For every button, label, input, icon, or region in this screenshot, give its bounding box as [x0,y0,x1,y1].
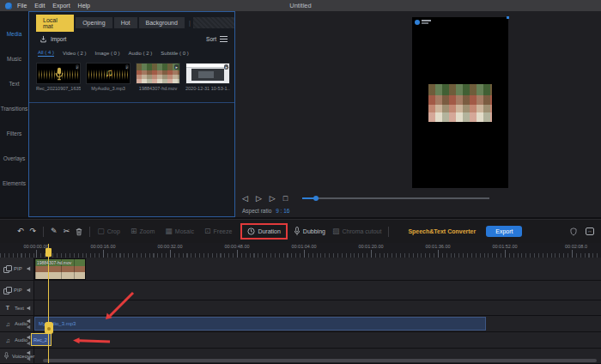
undo-icon: ↶ [17,228,24,235]
redo-button[interactable]: ↷ [30,228,37,235]
play-button[interactable]: ▷ [256,194,262,203]
import-icon[interactable] [39,35,47,43]
playback-progress-slider[interactable] [302,197,489,199]
media-item-music[interactable]: ♫ ♪ MyAudio_3.mp3 [86,63,131,91]
media-grid-divider [29,102,234,103]
freeze-icon: ⊡ [204,228,211,235]
ruler-timecode: 00:01:52.00 [483,244,526,249]
tab-background[interactable]: Background [139,17,185,28]
timeline-panel: 00:00:00.00 00:00:16.00 00:00:32.00 00:0… [0,243,601,364]
freeze-button[interactable]: ⊡Freeze [204,228,232,235]
tab-divider: | [189,20,191,26]
aspect-ratio-value[interactable]: 9 : 16 [276,208,289,214]
sidebar-item-text[interactable]: Text [9,71,20,96]
next-frame-button[interactable]: ▷ [270,194,276,203]
pip-icon [3,287,11,294]
mute-icon[interactable] [27,266,32,271]
track-label: PIP [14,266,22,271]
track-text[interactable]: T Text [0,300,601,316]
zoom-button[interactable]: ⊞Zoom [131,228,155,235]
duration-button[interactable]: Duration [247,228,280,235]
playback-controls: ◁ ▷ ▷ □ [242,194,489,203]
sidebar-item-overlays[interactable]: Overlays [3,146,26,171]
mosaic-button[interactable]: ▦Mosaic [165,228,194,235]
clip-drag-handle[interactable] [45,322,53,334]
filter-all[interactable]: All ( 4 ) [38,50,54,57]
sidebar-item-transitions[interactable]: Transitions [1,96,28,121]
tab-local-material[interactable]: Local mat [36,15,74,32]
pencil-icon: ✎ [51,228,58,235]
stop-button[interactable]: □ [283,194,288,203]
media-library-panel: Local mat Opening Hot Background | Impor… [28,11,235,217]
toolbar-divider [89,227,90,237]
preview-video-frame[interactable] [428,84,492,122]
tab-opening[interactable]: Opening [76,17,112,28]
previous-frame-button[interactable]: ◁ [242,194,248,203]
ruler-timecode: 00:02:08.0 [555,244,598,249]
chroma-icon: ▨ [332,228,340,235]
clip-label: 19884307-hd.mov [35,259,85,265]
crop-button[interactable]: ▢Crop [97,228,120,235]
playhead-marker[interactable] [46,248,52,257]
tab-hot[interactable]: Hot [114,17,137,28]
export-button[interactable]: Export [486,226,522,237]
track-pip-2[interactable]: PIP [0,281,601,300]
media-item-video[interactable]: ▸ 19884307-hd.mov [136,63,180,91]
video-badge-icon: ▸ [174,64,179,70]
sidebar-item-media[interactable]: Media [7,21,22,46]
solo-icon[interactable] [27,356,32,361]
track-header: ♫ Audio [0,332,34,348]
filter-image[interactable]: Image ( 0 ) [95,51,120,56]
filter-video[interactable]: Video ( 2 ) [63,51,87,56]
clip-audio-myaudio[interactable]: MyAudio_3.mp3 [34,317,486,331]
undo-button[interactable]: ↶ [17,228,24,235]
sort-button[interactable]: Sort [206,36,216,42]
zoom-icon: ⊞ [131,228,137,235]
clip-pip-video[interactable]: 19884307-hd.mov [34,258,86,280]
dubbing-button[interactable]: Dubbing [294,227,325,236]
media-item-recording[interactable]: ♪ Rec_20210907_1635... [36,63,81,91]
mute-icon[interactable] [27,288,32,293]
ruler-timecode: 00:00:32.00 [149,244,191,249]
sort-menu-icon[interactable] [220,36,228,42]
split-button[interactable]: ✂ [64,228,70,235]
clip-label: Rec_2 [33,337,47,343]
sidebar-item-filters[interactable]: Filters [7,121,22,146]
chroma-cutout-button[interactable]: ▨Chroma cutout [332,228,381,235]
mute-icon[interactable] [27,306,32,311]
track-header: Voiceover [0,349,34,363]
watermark [415,20,431,25]
audio-track-icon: ♫ [3,337,12,343]
media-filter-bar: All ( 4 ) Video ( 2 ) Image ( 0 ) Audio … [38,50,228,57]
mute-icon[interactable] [27,318,32,324]
progress-knob[interactable] [313,196,319,201]
filter-subtitle[interactable]: Subtitle ( 0 ) [161,51,188,56]
sidebar-item-elements[interactable]: Elements [3,171,26,196]
mute-icon[interactable] [27,350,32,355]
ruler-timecode: 00:00:48.00 [216,244,258,249]
preview-canvas[interactable] [412,17,508,188]
microphone-icon [3,352,9,360]
canvas-selection-handle[interactable] [507,16,509,19]
shield-icon[interactable] [570,228,577,236]
sidebar-item-music[interactable]: Music [7,46,21,71]
audio-badge-icon: ♪ [125,64,130,70]
track-audio-2[interactable]: ♫ Audio [0,332,601,349]
filter-audio[interactable]: Audio ( 2 ) [129,51,153,56]
media-grid: ♪ Rec_20210907_1635... ♫ ♪ MyAudio_3.mp3… [36,63,228,91]
delete-button[interactable] [76,228,82,236]
media-item-name: 2020-12-31 10-53-1... [185,86,230,91]
media-item-screen-recording[interactable]: ▸ 2020-12-31 10-53-1... [185,63,230,91]
solo-icon[interactable] [27,325,32,330]
import-button[interactable]: Import [51,36,66,42]
speech-text-converter-button[interactable]: Speech&Text Converter [408,228,476,234]
edit-button[interactable]: ✎ [51,228,58,235]
pip-icon [3,265,11,272]
timeline-horizontal-scrollbar[interactable] [43,359,597,362]
media-item-name: MyAudio_3.mp3 [86,86,131,91]
microphone-icon [294,227,300,236]
fit-timeline-icon[interactable]: ↔ [586,228,594,235]
track-pip-1[interactable]: PIP [0,258,601,281]
video-thumbnail: ▸ [136,63,180,84]
redo-icon: ↷ [30,228,37,235]
